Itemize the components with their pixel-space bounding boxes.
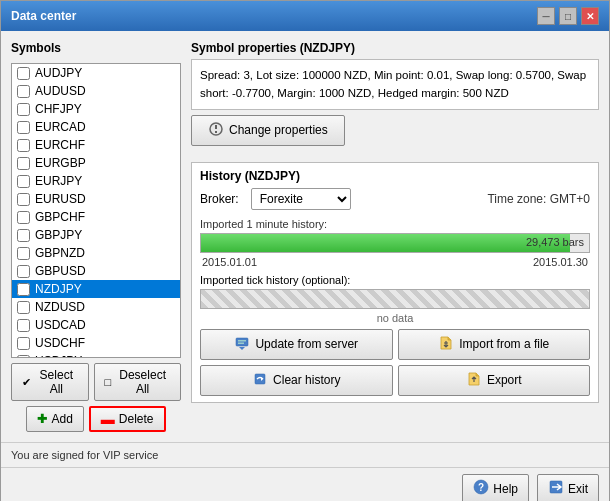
status-text: You are signed for VIP service [11, 449, 158, 461]
change-props-icon [208, 121, 224, 140]
progress-label: Imported 1 minute history: [200, 218, 590, 230]
symbol-item[interactable]: GBPNZD [12, 244, 180, 262]
symbols-label: Symbols [11, 41, 181, 55]
add-button[interactable]: ✚ Add [26, 406, 83, 432]
symbol-item[interactable]: EURCAD [12, 118, 180, 136]
clear-history-button[interactable]: Clear history [200, 365, 393, 396]
delete-icon: ▬ [101, 412, 115, 426]
symbol-checkbox[interactable] [17, 121, 30, 134]
symbol-list[interactable]: AUDJPYAUDUSDCHFJPYEURCADEURCHFEURGBPEURJ… [11, 63, 181, 358]
symbol-checkbox[interactable] [17, 355, 30, 359]
symbol-item[interactable]: NZDUSD [12, 298, 180, 316]
symbol-name: NZDJPY [35, 282, 82, 296]
progress-end-date: 2015.01.30 [533, 256, 588, 268]
symbol-item[interactable]: USDJPY [12, 352, 180, 358]
bars-count: 29,473 bars [526, 236, 584, 248]
progress-dates: 2015.01.01 2015.01.30 [200, 256, 590, 268]
select-all-button[interactable]: ✔ Select All [11, 363, 89, 401]
svg-point-2 [215, 131, 217, 133]
svg-rect-5 [238, 342, 244, 344]
symbol-item[interactable]: EURCHF [12, 136, 180, 154]
delete-button[interactable]: ▬ Delete [89, 406, 166, 432]
symbol-checkbox[interactable] [17, 229, 30, 242]
symbol-checkbox[interactable] [17, 157, 30, 170]
main-content: Symbols AUDJPYAUDUSDCHFJPYEURCADEURCHFEU… [1, 31, 609, 442]
help-button[interactable]: ? Help [462, 474, 529, 501]
history-section: History (NZDJPY) Broker: Forexite Time z… [191, 162, 599, 403]
symbol-name: NZDUSD [35, 300, 85, 314]
symbol-item[interactable]: GBPUSD [12, 262, 180, 280]
symbol-props-text: Spread: 3, Lot size: 100000 NZD, Min poi… [200, 69, 586, 99]
symbol-item[interactable]: USDCHF [12, 334, 180, 352]
deselect-all-button[interactable]: □ Deselect All [94, 363, 181, 401]
symbol-checkbox[interactable] [17, 175, 30, 188]
clear-history-label: Clear history [273, 373, 340, 387]
symbol-checkbox[interactable] [17, 319, 30, 332]
symbol-props-box: Spread: 3, Lot size: 100000 NZD, Min poi… [191, 59, 599, 110]
broker-select[interactable]: Forexite [251, 188, 351, 210]
symbol-name: EURJPY [35, 174, 82, 188]
deselect-all-icon: □ [105, 376, 112, 388]
timezone-label: Time zone: GMT+0 [487, 192, 590, 206]
update-server-icon [234, 335, 250, 354]
exit-label: Exit [568, 482, 588, 496]
symbol-name: GBPJPY [35, 228, 82, 242]
data-center-window: Data center ─ □ ✕ Symbols AUDJPYAUDUSDCH… [0, 0, 610, 501]
close-button[interactable]: ✕ [581, 7, 599, 25]
symbol-checkbox[interactable] [17, 265, 30, 278]
symbol-checkbox[interactable] [17, 85, 30, 98]
symbol-checkbox[interactable] [17, 67, 30, 80]
update-server-button[interactable]: Update from server [200, 329, 393, 360]
symbol-item[interactable]: EURJPY [12, 172, 180, 190]
symbol-checkbox[interactable] [17, 247, 30, 260]
exit-button[interactable]: Exit [537, 474, 599, 501]
clear-history-icon [252, 371, 268, 390]
broker-label: Broker: [200, 192, 239, 206]
symbol-checkbox[interactable] [17, 337, 30, 350]
symbol-name: GBPCHF [35, 210, 85, 224]
svg-rect-3 [236, 338, 248, 346]
symbol-checkbox[interactable] [17, 103, 30, 116]
title-bar: Data center ─ □ ✕ [1, 1, 609, 31]
symbol-props-section: Symbol properties (NZDJPY) Spread: 3, Lo… [191, 41, 599, 154]
export-icon [466, 371, 482, 390]
symbol-item[interactable]: NZDJPY [12, 280, 180, 298]
import-file-label: Import from a file [459, 337, 549, 351]
symbol-name: GBPNZD [35, 246, 85, 260]
symbol-checkbox[interactable] [17, 301, 30, 314]
symbol-name: EURCHF [35, 138, 85, 152]
tick-history-section: Imported tick history (optional): no dat… [200, 274, 590, 324]
symbol-name: USDJPY [35, 354, 82, 358]
symbol-item[interactable]: USDCAD [12, 316, 180, 334]
symbol-checkbox[interactable] [17, 139, 30, 152]
broker-row: Broker: Forexite Time zone: GMT+0 [200, 188, 590, 210]
symbol-checkbox[interactable] [17, 193, 30, 206]
symbol-name: EURGBP [35, 156, 86, 170]
symbol-item[interactable]: EURUSD [12, 190, 180, 208]
import-file-button[interactable]: Import from a file [398, 329, 591, 360]
symbol-props-title: Symbol properties (NZDJPY) [191, 41, 599, 55]
symbol-item[interactable]: AUDJPY [12, 64, 180, 82]
update-server-label: Update from server [255, 337, 358, 351]
help-label: Help [493, 482, 518, 496]
minimize-button[interactable]: ─ [537, 7, 555, 25]
symbol-item[interactable]: AUDUSD [12, 82, 180, 100]
symbol-checkbox[interactable] [17, 283, 30, 296]
svg-rect-4 [238, 340, 246, 342]
minute-progress-fill [201, 234, 570, 252]
import-file-icon [438, 335, 454, 354]
right-panel: Symbol properties (NZDJPY) Spread: 3, Lo… [191, 41, 599, 432]
exit-icon [548, 479, 564, 498]
change-properties-button[interactable]: Change properties [191, 115, 345, 146]
symbol-item[interactable]: GBPCHF [12, 208, 180, 226]
symbol-name: AUDJPY [35, 66, 82, 80]
symbol-item[interactable]: GBPJPY [12, 226, 180, 244]
symbol-item[interactable]: EURGBP [12, 154, 180, 172]
svg-text:?: ? [478, 482, 484, 493]
add-delete-row: ✚ Add ▬ Delete [11, 406, 181, 432]
symbol-checkbox[interactable] [17, 211, 30, 224]
maximize-button[interactable]: □ [559, 7, 577, 25]
select-all-icon: ✔ [22, 376, 31, 389]
symbol-item[interactable]: CHFJPY [12, 100, 180, 118]
export-button[interactable]: Export [398, 365, 591, 396]
